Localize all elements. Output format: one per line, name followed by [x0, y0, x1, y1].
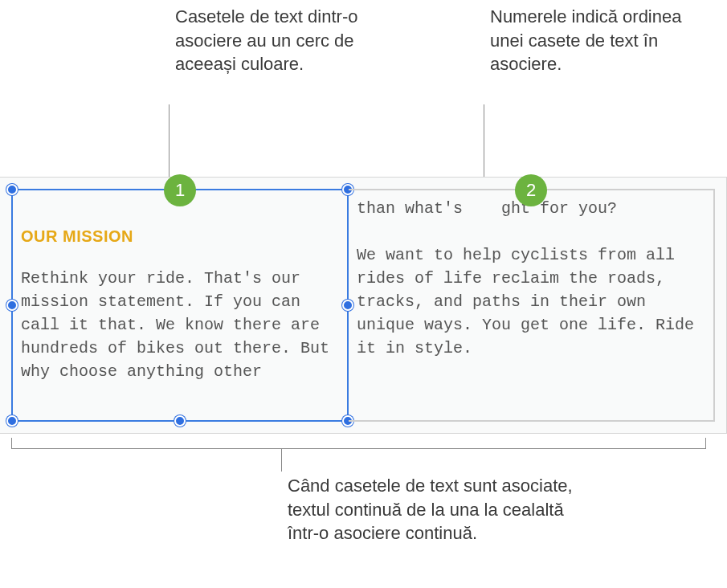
textbox-2[interactable]: 2 than what's ght for you? We want to he… — [349, 189, 715, 422]
bracket-line — [11, 438, 706, 449]
textbox-2-body: than what's ght for you? We want to help… — [349, 190, 713, 368]
callout-leader-line — [169, 104, 169, 177]
callout-leader-line — [484, 104, 484, 177]
textbox-1-heading: OUR MISSION — [13, 224, 347, 246]
thread-badge-number: 1 — [175, 180, 185, 201]
thread-badge-number: 2 — [526, 180, 536, 201]
bracket-stem — [281, 449, 282, 472]
callout-thread-order: Numerele indică ordinea unei casete de t… — [490, 5, 715, 76]
resize-handle[interactable] — [6, 415, 18, 427]
resize-handle[interactable] — [6, 300, 18, 311]
callout-linked-flow: Când casetele de text sunt asociate, tex… — [288, 474, 577, 545]
textbox-1[interactable]: 1 OUR MISSION Rethink your ride. That's … — [11, 189, 349, 422]
thread-badge-2: 2 — [515, 174, 547, 206]
linked-textboxes-canvas: 1 OUR MISSION Rethink your ride. That's … — [0, 177, 727, 434]
thread-badge-1: 1 — [164, 174, 196, 206]
textbox-1-body: Rethink your ride. That's our mission st… — [13, 246, 347, 391]
resize-handle[interactable] — [6, 184, 18, 195]
callout-thread-color: Casetele de text dintr-o asociere au un … — [175, 5, 384, 76]
resize-handle[interactable] — [174, 415, 186, 427]
